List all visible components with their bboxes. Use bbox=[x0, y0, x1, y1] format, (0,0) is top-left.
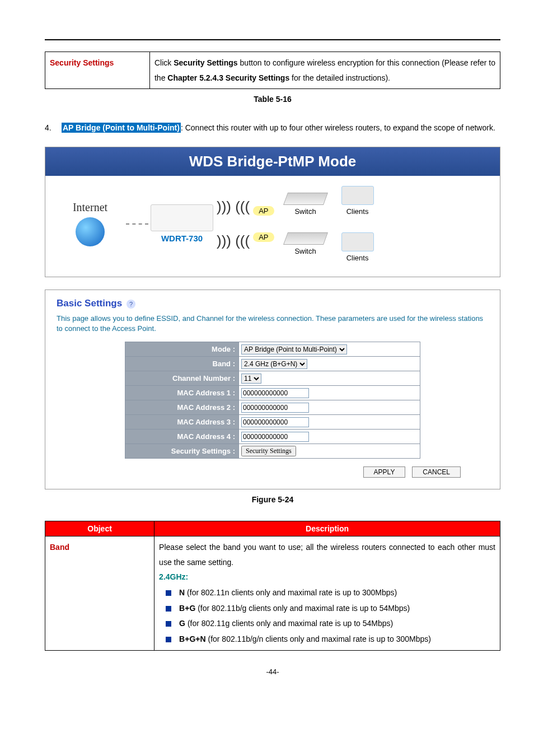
desc-band: Please select the band you want to use; … bbox=[154, 536, 500, 651]
square-bullet-icon bbox=[166, 621, 171, 627]
para-rest: : Connect this router with up to four ot… bbox=[181, 123, 495, 132]
figure-5-24-caption: Figure 5-24 bbox=[45, 495, 500, 504]
basic-settings-form: Basic Settings ? This page allows you to… bbox=[45, 290, 500, 489]
mac4-input[interactable] bbox=[241, 432, 309, 442]
obj-band: Band bbox=[45, 536, 154, 651]
band-intro: Please select the band you want to use; … bbox=[159, 540, 495, 570]
freq-label: 2.4GHz: bbox=[159, 570, 495, 585]
label-band: Band : bbox=[125, 357, 239, 371]
basic-settings-desc: This page allows you to define ESSID, an… bbox=[57, 314, 489, 334]
settings-table: Mode : AP Bridge (Point to Multi-Point) … bbox=[125, 342, 420, 459]
square-bullet-icon bbox=[166, 637, 171, 642]
th-object: Object bbox=[45, 521, 154, 536]
router-icon bbox=[151, 204, 213, 231]
square-bullet-icon bbox=[166, 590, 171, 596]
channel-select[interactable]: 11 bbox=[241, 374, 261, 384]
table-5-16: Security Settings Click Security Setting… bbox=[45, 52, 500, 89]
security-settings-button[interactable]: Security Settings bbox=[241, 446, 296, 456]
switch-icon bbox=[283, 232, 328, 245]
dashed-line bbox=[126, 223, 148, 225]
internet-label: Internet bbox=[57, 201, 124, 214]
basic-settings-title: Basic Settings bbox=[57, 298, 122, 309]
tbl516-suf: for the detailed instructions). bbox=[289, 73, 390, 82]
page-top-rule bbox=[45, 39, 500, 40]
opt-bg-b: B+G bbox=[179, 604, 195, 613]
mac1-input[interactable] bbox=[241, 388, 309, 398]
opt-g-b: G bbox=[179, 619, 185, 628]
mac2-input[interactable] bbox=[241, 403, 309, 413]
opt-bg-t: (for 802.11b/g clients only and maximal … bbox=[195, 604, 410, 613]
label-security: Security Settings : bbox=[125, 444, 239, 459]
label-mac4: MAC Address 4 : bbox=[125, 430, 239, 444]
tbl516-right: Click Security Settings button to config… bbox=[149, 52, 500, 89]
label-mode: Mode : bbox=[125, 342, 239, 357]
opt-n-t: (for 802.11n clients only and maximal ra… bbox=[185, 588, 397, 597]
mac3-input[interactable] bbox=[241, 417, 309, 427]
wireless-icon: ))) ((( bbox=[213, 232, 253, 250]
clients-label: Clients bbox=[346, 254, 369, 262]
switch-label: Switch bbox=[294, 207, 316, 216]
wds-title: WDS Bridge-PtMP Mode bbox=[45, 147, 500, 176]
opt-bgn-t: (for 802.11b/g/n clients only and maxima… bbox=[206, 634, 431, 643]
help-icon[interactable]: ? bbox=[127, 300, 135, 309]
apply-button[interactable]: APPLY bbox=[363, 466, 406, 478]
switch-icon bbox=[283, 193, 328, 205]
opt-n-b: N bbox=[179, 588, 185, 597]
opt-g-t: (for 802.11g clients only and maximal ra… bbox=[185, 619, 393, 628]
band-select[interactable]: 2.4 GHz (B+G+N) bbox=[241, 359, 307, 369]
tbl516-left: Security Settings bbox=[45, 52, 150, 89]
para-number: 4. bbox=[45, 120, 54, 136]
page-number: -44- bbox=[45, 668, 500, 676]
cancel-button[interactable]: CANCEL bbox=[412, 466, 461, 478]
wireless-icon: ))) ((( bbox=[213, 198, 253, 216]
ap-label: AP bbox=[253, 206, 274, 216]
label-mac1: MAC Address 1 : bbox=[125, 386, 239, 400]
globe-icon bbox=[76, 217, 105, 246]
description-table: Object Description Band Please select th… bbox=[45, 521, 500, 651]
tbl516-pre: Click bbox=[154, 58, 174, 67]
clients-label: Clients bbox=[346, 207, 369, 216]
laptop-icon bbox=[341, 232, 374, 251]
opt-bgn-b: B+G+N bbox=[179, 634, 205, 643]
paragraph-4: 4. AP Bridge (Point to Multi-Point): Con… bbox=[45, 120, 500, 136]
label-mac3: MAC Address 3 : bbox=[125, 415, 239, 430]
ap-label: AP bbox=[253, 232, 274, 242]
tbl516-b2: Chapter 5.2.4.3 Security Settings bbox=[167, 73, 289, 82]
ap-bridge-highlight: AP Bridge (Point to Multi-Point) bbox=[62, 123, 181, 133]
wds-diagram: WDS Bridge-PtMP Mode Internet WDRT-730 )… bbox=[45, 147, 500, 277]
th-description: Description bbox=[154, 521, 500, 536]
mode-select[interactable]: AP Bridge (Point to Multi-Point) bbox=[241, 344, 347, 354]
square-bullet-icon bbox=[166, 606, 171, 612]
label-channel: Channel Number : bbox=[125, 371, 239, 386]
para-body: AP Bridge (Point to Multi-Point): Connec… bbox=[62, 120, 500, 136]
switch-label: Switch bbox=[294, 247, 316, 255]
label-mac2: MAC Address 2 : bbox=[125, 400, 239, 415]
laptop-icon bbox=[341, 186, 374, 205]
table-5-16-caption: Table 5-16 bbox=[45, 95, 500, 104]
tbl516-b1: Security Settings bbox=[174, 58, 237, 67]
router-label: WDRT-730 bbox=[151, 234, 213, 243]
